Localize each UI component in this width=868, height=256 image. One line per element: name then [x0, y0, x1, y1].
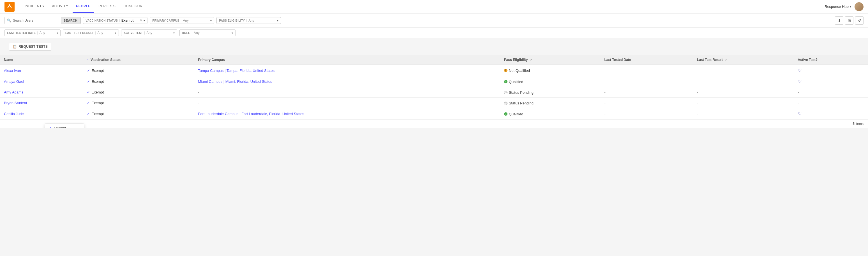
- table-row: Cecilia Jude✓ ExemptFort Lauderdale Camp…: [0, 108, 868, 119]
- last-tested-date-dropdown-icon: ▾: [57, 31, 58, 34]
- person-name-link[interactable]: Bryan Student: [4, 101, 27, 105]
- last-tested-date-value: Any: [39, 31, 56, 35]
- cell-last-test-result: -: [693, 65, 794, 76]
- cell-last-tested-date: -: [600, 108, 693, 119]
- col-active-test[interactable]: Active Test?: [794, 55, 868, 65]
- cell-primary-campus: -: [194, 98, 500, 108]
- cell-last-tested-date: -: [600, 76, 693, 87]
- vaccination-status-dropdown[interactable]: ✓ Exempt ✓ Exempt ✓ Exempt ✓ Exempt ✓ Ex…: [45, 123, 84, 128]
- table-row: Amaya Gael✓ ExemptMiami Campus | Miami, …: [0, 76, 868, 87]
- pending-icon: ⏱: [504, 91, 507, 94]
- cell-active-test: ♡: [794, 76, 868, 87]
- request-tests-label: REQUEST TESTS: [19, 45, 48, 49]
- last-test-result-filter[interactable]: LAST TEST RESULT Any ▾: [63, 29, 119, 36]
- col-last-test-result[interactable]: Last Test Result ?: [693, 55, 794, 65]
- clear-vaccination-filter-icon[interactable]: ✕: [140, 19, 143, 23]
- hub-dropdown[interactable]: Response Hub ▾: [825, 4, 851, 9]
- user-avatar[interactable]: [855, 2, 864, 11]
- col-last-tested-date-label: Last Tested Date: [604, 58, 631, 62]
- pass-eligibility-dropdown-icon: ▾: [277, 19, 278, 22]
- person-name-link[interactable]: Cecilia Jude: [4, 112, 24, 116]
- search-input[interactable]: [13, 19, 58, 23]
- nav-incidents[interactable]: INCIDENTS: [21, 0, 48, 13]
- search-wrap: 🔍 SEARCH: [4, 17, 81, 24]
- vaccination-status-value: ✓ Exempt: [87, 90, 104, 94]
- last-tested-date-filter[interactable]: LAST TESTED DATE Any ▾: [4, 29, 61, 36]
- people-table-wrapper: Name ↑ Vaccination Status Primary Campus…: [0, 55, 868, 128]
- last-test-result-dash: -: [697, 112, 698, 116]
- active-test-heart-icon: ♡: [798, 68, 802, 73]
- campus-dash: -: [198, 90, 199, 94]
- clipboard-icon: 📋: [12, 45, 17, 49]
- download-icon[interactable]: ⬇: [835, 16, 843, 25]
- filter-icon[interactable]: ⊞: [845, 16, 854, 25]
- role-filter[interactable]: ROLE Any ▾: [180, 29, 236, 36]
- search-box[interactable]: 🔍: [5, 18, 61, 24]
- last-test-result-label: LAST TEST RESULT: [65, 31, 96, 34]
- request-tests-button[interactable]: 📋 REQUEST TESTS: [9, 42, 51, 51]
- last-test-result-value: Any: [97, 31, 114, 35]
- cell-last-tested-date: -: [600, 87, 693, 98]
- cell-vaccination-status: ✓ Exempt: [83, 108, 194, 119]
- exempt-check-icon: ✓: [87, 90, 90, 94]
- campus-link[interactable]: Fort Lauderdale Campus | Fort Lauderdale…: [198, 112, 304, 116]
- primary-campus-label: PRIMARY CAMPUS: [152, 19, 181, 22]
- vaccination-status-dropdown-icon[interactable]: ▾: [144, 19, 145, 22]
- qualified-icon: ✓: [504, 112, 507, 116]
- cell-name: Amaya Gael: [0, 76, 83, 87]
- search-button[interactable]: SEARCH: [61, 17, 81, 24]
- col-primary-campus[interactable]: Primary Campus: [194, 55, 500, 65]
- table-footer: 5 items: [0, 119, 868, 128]
- last-test-result-help-icon[interactable]: ?: [725, 58, 727, 61]
- col-vaccination-status-label: Vaccination Status: [91, 58, 121, 62]
- campus-dash: -: [198, 101, 199, 105]
- pass-eligibility-value: Any: [248, 19, 276, 23]
- nav-people[interactable]: PEOPLE: [72, 0, 94, 13]
- pass-eligibility-filter[interactable]: PASS ELIGIBILITY Any ▾: [216, 17, 281, 24]
- col-vaccination-status[interactable]: ↑ Vaccination Status: [83, 55, 194, 65]
- nav-configure[interactable]: CONFIGURE: [120, 0, 148, 13]
- cell-primary-campus: -: [194, 87, 500, 98]
- person-name-link[interactable]: Amy Adams: [4, 90, 23, 94]
- last-test-result-dash: -: [697, 80, 698, 84]
- dropdown-item-1[interactable]: ✓ Exempt: [45, 124, 84, 128]
- cell-pass-eligibility: ! Not Qualified: [500, 65, 600, 76]
- pass-eligibility-text: Status Pending: [509, 101, 533, 105]
- exempt-check-icon: ✓: [87, 80, 90, 84]
- pass-eligibility-text: Qualified: [509, 112, 523, 116]
- col-name[interactable]: Name: [0, 55, 83, 65]
- table-row: Bryan Student✓ Exempt-⏱ Status Pending--…: [0, 98, 868, 108]
- cell-vaccination-status: ✓ Exempt: [83, 98, 194, 108]
- nav-activity[interactable]: ACTIVITY: [49, 0, 71, 13]
- pass-eligibility-text: Not Qualified: [509, 68, 530, 73]
- nav-reports[interactable]: REPORTS: [95, 0, 119, 13]
- person-name-link[interactable]: Alexa Ivan: [4, 68, 21, 73]
- exempt-check-icon: ✓: [87, 101, 90, 105]
- col-pass-eligibility[interactable]: Pass Eligibility ?: [500, 55, 600, 65]
- cell-active-test: -: [794, 87, 868, 98]
- role-dropdown-icon: ▾: [231, 31, 233, 34]
- cell-vaccination-status: ✓ Exempt: [83, 76, 194, 87]
- vaccination-status-value: ✓ Exempt: [87, 68, 104, 73]
- active-test-dropdown-icon: ▾: [173, 31, 175, 34]
- col-last-tested-date[interactable]: Last Tested Date: [600, 55, 693, 65]
- vaccination-status-value: ✓ Exempt: [87, 101, 104, 105]
- campus-link[interactable]: Tampa Campus | Tampa, Florida, United St…: [198, 68, 275, 73]
- vaccination-status-filter[interactable]: VACCINATION STATUS Exempt ✕ ▾: [83, 17, 148, 24]
- active-test-filter[interactable]: ACTIVE TEST Any ▾: [121, 29, 177, 36]
- active-test-dash: -: [798, 90, 799, 94]
- campus-link[interactable]: Miami Campus | Miami, Florida, United St…: [198, 80, 272, 84]
- last-tested-dash: -: [604, 80, 605, 84]
- chevron-down-icon: ▾: [850, 5, 851, 8]
- cell-name: Alexa Ivan: [0, 65, 83, 76]
- cell-last-tested-date: -: [600, 65, 693, 76]
- col-pass-eligibility-label: Pass Eligibility: [504, 58, 528, 62]
- app-logo[interactable]: [4, 2, 14, 12]
- refresh-icon[interactable]: ↺: [855, 16, 864, 25]
- person-name-link[interactable]: Amaya Gael: [4, 80, 24, 84]
- hub-label: Response Hub: [825, 4, 849, 9]
- pass-eligibility-help-icon[interactable]: ?: [530, 58, 532, 61]
- primary-campus-filter[interactable]: PRIMARY CAMPUS Any ▾: [150, 17, 214, 24]
- top-navigation: INCIDENTS ACTIVITY PEOPLE REPORTS CONFIG…: [0, 0, 868, 13]
- cell-name: Cecilia Jude: [0, 108, 83, 119]
